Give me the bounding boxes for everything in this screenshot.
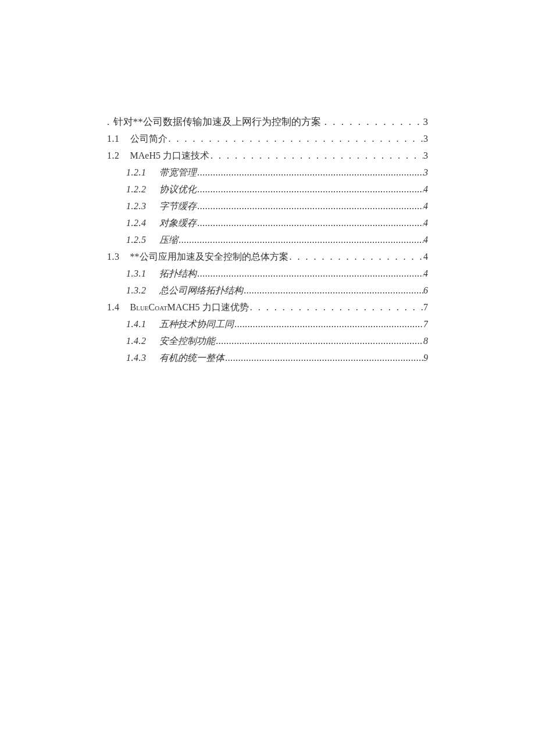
toc-leader bbox=[323, 113, 423, 130]
toc-leader bbox=[178, 231, 424, 248]
toc-title: 总公司网络拓扑结构 bbox=[159, 282, 243, 299]
toc-page: 3 bbox=[423, 130, 428, 147]
toc-entry[interactable]: 1.2MAeH5 力口速技术3 bbox=[107, 147, 428, 164]
toc-leader bbox=[234, 316, 424, 332]
toc-number: 1.2.2 bbox=[126, 181, 159, 198]
toc-entry[interactable]: 1.2.1带宽管理3 bbox=[107, 164, 428, 181]
toc-page: 4 bbox=[423, 214, 428, 231]
toc-number: 1.4.1 bbox=[126, 316, 159, 332]
toc-leader bbox=[249, 299, 423, 316]
toc-page: 3 bbox=[423, 147, 428, 164]
toc-page: 4 bbox=[423, 181, 428, 198]
toc-number: 1.2.1 bbox=[126, 164, 159, 181]
toc-entry[interactable]: .针对**公司数据传输加速及上网行为控制的方案3 bbox=[107, 113, 428, 130]
toc-number: 1.1 bbox=[107, 130, 130, 147]
toc-entry[interactable]: 1.3**公司应用加速及安全控制的总体方案4 bbox=[107, 248, 428, 265]
toc-title: 有机的统一整体 bbox=[159, 349, 224, 366]
toc-title: 带宽管理 bbox=[159, 164, 197, 181]
toc-entry[interactable]: 1.4.3有机的统一整体9 bbox=[107, 349, 428, 366]
toc-leader bbox=[288, 248, 424, 265]
toc-entry[interactable]: 1.1公司简介3 bbox=[107, 130, 428, 147]
toc-leader bbox=[209, 147, 423, 164]
toc-number: 1.4 bbox=[107, 299, 130, 316]
toc-entry[interactable]: 1.2.4对象缓存4 bbox=[107, 214, 428, 231]
toc-title: 安全控制功能 bbox=[159, 332, 215, 349]
toc-leader bbox=[197, 214, 424, 231]
toc-title: 对象缓存 bbox=[159, 214, 197, 231]
toc-leader bbox=[243, 282, 424, 299]
toc-entry[interactable]: 1.4.1五种技术协同工同7 bbox=[107, 316, 428, 332]
toc-page: 4 bbox=[423, 265, 428, 282]
toc-page: 7 bbox=[423, 299, 428, 316]
toc-number: 1.3.1 bbox=[126, 265, 159, 282]
toc-number: 1.4.3 bbox=[126, 349, 159, 366]
toc-title: BlueCoatMACH5 力口速优势 bbox=[130, 299, 249, 316]
toc-title: 五种技术协同工同 bbox=[159, 316, 234, 332]
toc-number: . bbox=[107, 113, 113, 130]
toc-page: 4 bbox=[423, 248, 428, 265]
toc-page: 4 bbox=[423, 198, 428, 214]
toc-entry[interactable]: 1.2.2协议优化4 bbox=[107, 181, 428, 198]
toc-entry[interactable]: 1.4.2安全控制功能8 bbox=[107, 332, 428, 349]
toc-leader bbox=[197, 181, 424, 198]
toc-leader bbox=[167, 130, 424, 147]
toc-number: 1.4.2 bbox=[126, 332, 159, 349]
toc-title: 拓扑结构 bbox=[159, 265, 197, 282]
toc-title: 字节缓存 bbox=[159, 198, 197, 214]
toc-leader bbox=[215, 332, 424, 349]
toc-leader bbox=[197, 265, 424, 282]
toc-page: 8 bbox=[423, 332, 428, 349]
toc-leader bbox=[224, 349, 424, 366]
toc-number: 1.3 bbox=[107, 248, 130, 265]
toc-number: 1.2.3 bbox=[126, 198, 159, 214]
toc-entry[interactable]: 1.2.3字节缓存4 bbox=[107, 198, 428, 214]
toc-title: **公司应用加速及安全控制的总体方案 bbox=[130, 248, 288, 265]
toc-number: 1.3.2 bbox=[126, 282, 159, 299]
toc-number: 1.2 bbox=[107, 147, 130, 164]
toc-title: 协议优化 bbox=[159, 181, 197, 198]
toc-page: 6 bbox=[423, 282, 428, 299]
toc-entry[interactable]: 1.4BlueCoatMACH5 力口速优势7 bbox=[107, 299, 428, 316]
toc-page: 9 bbox=[423, 349, 428, 366]
toc-page: 4 bbox=[423, 231, 428, 248]
toc-number: 1.2.5 bbox=[126, 231, 159, 248]
toc-title: 针对**公司数据传输加速及上网行为控制的方案 bbox=[113, 113, 323, 130]
table-of-contents: .针对**公司数据传输加速及上网行为控制的方案31.1公司简介31.2MAeH5… bbox=[107, 113, 428, 366]
toc-leader bbox=[197, 164, 424, 181]
toc-entry[interactable]: 1.2.5压缩4 bbox=[107, 231, 428, 248]
toc-title: 公司简介 bbox=[130, 130, 167, 147]
toc-page: 3 bbox=[423, 113, 429, 130]
toc-number: 1.2.4 bbox=[126, 214, 159, 231]
toc-page: 7 bbox=[423, 316, 428, 332]
toc-page: 3 bbox=[423, 164, 428, 181]
toc-entry[interactable]: 1.3.2总公司网络拓扑结构6 bbox=[107, 282, 428, 299]
toc-entry[interactable]: 1.3.1拓扑结构4 bbox=[107, 265, 428, 282]
toc-title: MAeH5 力口速技术 bbox=[130, 147, 209, 164]
toc-leader bbox=[197, 198, 424, 214]
toc-title: 压缩 bbox=[159, 231, 178, 248]
